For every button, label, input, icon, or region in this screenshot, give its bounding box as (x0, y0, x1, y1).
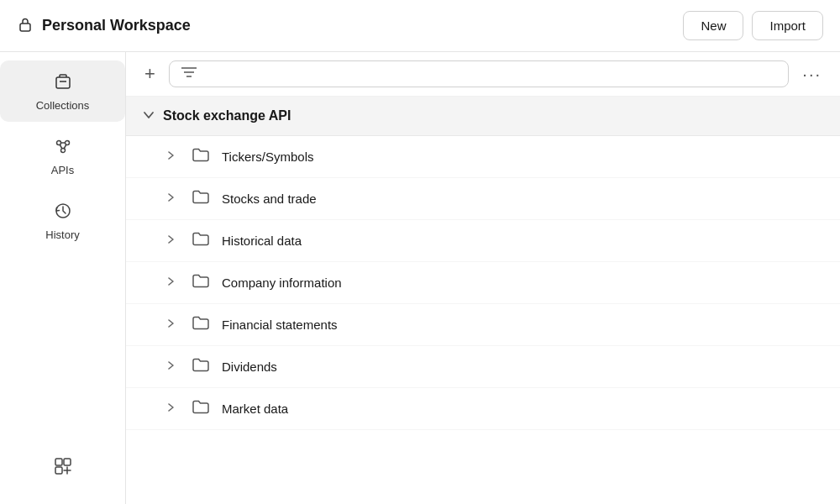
filter-icon (181, 66, 197, 81)
collections-label: Collections (36, 99, 90, 112)
toolbar: + ··· (126, 52, 840, 97)
svg-line-7 (60, 144, 62, 149)
folder-chevron-icon (166, 360, 180, 373)
folder-chevron-icon (166, 402, 180, 415)
folder-item[interactable]: Company information (126, 262, 840, 304)
folder-icon (192, 189, 210, 208)
folder-name: Historical data (222, 234, 302, 248)
folder-list: Tickers/Symbols Stocks and trade (126, 136, 840, 430)
add-workspace-icon (52, 455, 74, 480)
folder-item[interactable]: Market data (126, 388, 840, 430)
collection-header[interactable]: Stock exchange API (126, 97, 840, 136)
svg-rect-1 (56, 77, 70, 88)
history-label: History (45, 228, 79, 241)
folder-name: Market data (222, 402, 288, 416)
folder-name: Stocks and trade (222, 192, 317, 206)
folder-chevron-icon (166, 276, 180, 289)
svg-rect-0 (20, 24, 30, 31)
filter-button[interactable] (169, 60, 789, 87)
folder-icon (192, 231, 210, 250)
folder-item[interactable]: Financial statements (126, 304, 840, 346)
svg-line-8 (64, 144, 66, 149)
content-area: + ··· Stock e (126, 52, 840, 504)
folder-icon (192, 147, 210, 166)
sidebar-item-collections[interactable]: Collections (0, 60, 125, 122)
folder-icon (192, 315, 210, 334)
folder-icon (192, 399, 210, 418)
history-icon (52, 200, 74, 225)
add-button[interactable]: + (139, 61, 160, 87)
folder-chevron-icon (166, 192, 180, 205)
folder-chevron-icon (166, 150, 180, 163)
sidebar: Collections APIs (0, 52, 126, 504)
svg-rect-12 (55, 467, 62, 474)
folder-icon (192, 273, 210, 292)
collection-name: Stock exchange API (163, 108, 291, 123)
folder-item[interactable]: Stocks and trade (126, 178, 840, 220)
folder-name: Tickers/Symbols (222, 150, 313, 164)
folder-chevron-icon (166, 234, 180, 247)
svg-rect-11 (64, 459, 71, 465)
apis-icon (52, 135, 74, 160)
sidebar-item-add-workspace[interactable] (0, 445, 125, 491)
svg-point-4 (65, 141, 69, 145)
header-buttons: New Import (683, 11, 823, 40)
folder-name: Financial statements (222, 318, 338, 332)
collection-chevron-icon (143, 109, 155, 123)
svg-point-5 (60, 149, 65, 153)
folder-item[interactable]: Tickers/Symbols (126, 136, 840, 178)
folder-name: Company information (222, 276, 342, 290)
more-icon: ··· (802, 65, 822, 83)
header: Personal Workspace New Import (0, 0, 840, 52)
plus-icon: + (144, 63, 155, 84)
more-options-button[interactable]: ··· (797, 63, 827, 86)
main-layout: Collections APIs (0, 52, 840, 504)
folder-name: Dividends (222, 360, 277, 374)
header-left: Personal Workspace (17, 16, 191, 36)
sidebar-item-apis[interactable]: APIs (0, 125, 125, 186)
lock-icon (17, 16, 34, 36)
sidebar-item-history[interactable]: History (0, 190, 125, 251)
folder-icon (192, 357, 210, 376)
svg-point-3 (56, 141, 60, 145)
folder-chevron-icon (166, 318, 180, 331)
folder-item[interactable]: Dividends (126, 346, 840, 388)
new-button[interactable]: New (683, 11, 743, 40)
import-button[interactable]: Import (752, 11, 823, 40)
svg-rect-10 (55, 459, 62, 465)
folder-item[interactable]: Historical data (126, 220, 840, 262)
apis-label: APIs (51, 164, 74, 176)
collections-icon (52, 71, 74, 96)
workspace-title: Personal Workspace (42, 17, 191, 34)
